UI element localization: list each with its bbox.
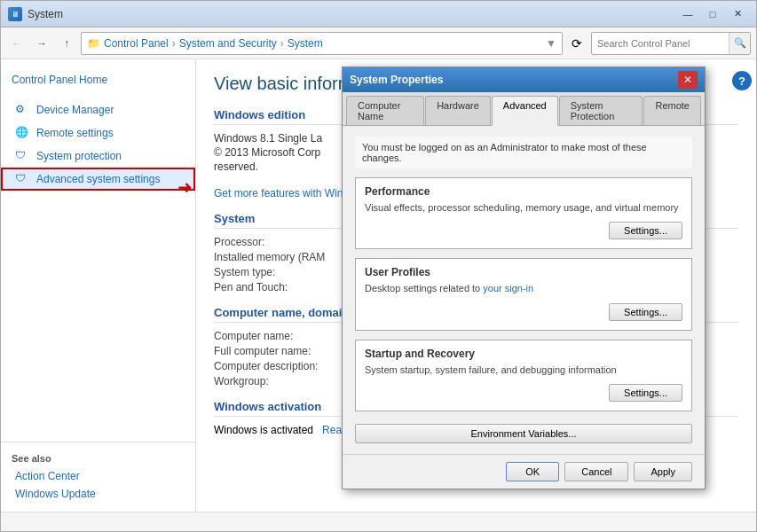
startup-recovery-section: Startup and Recovery System startup, sys… bbox=[355, 340, 692, 411]
title-bar-left: 🖥 System bbox=[8, 7, 63, 21]
user-profiles-desc: Desktop settings related to your sign-in bbox=[365, 282, 682, 295]
maximize-button[interactable]: □ bbox=[701, 4, 724, 24]
dialog-title-bar: System Properties ✕ bbox=[343, 67, 705, 92]
tab-bar: Computer Name Hardware Advanced System P… bbox=[343, 92, 705, 126]
back-button[interactable]: ← bbox=[6, 33, 28, 54]
pen-touch-label: Pen and Touch: bbox=[214, 281, 338, 293]
tab-hardware[interactable]: Hardware bbox=[425, 96, 491, 125]
performance-desc: Visual effects, processor scheduling, me… bbox=[365, 201, 682, 215]
sidebar-item-label-device-manager: Device Manager bbox=[36, 104, 114, 116]
address-system[interactable]: System bbox=[288, 37, 323, 50]
workgroup-label: Workgroup: bbox=[214, 375, 338, 387]
search-input[interactable] bbox=[592, 38, 729, 49]
search-box: 🔍 bbox=[591, 32, 751, 55]
window-icon: 🖥 bbox=[8, 7, 22, 21]
sidebar-link-windows-update[interactable]: Windows Update bbox=[1, 485, 195, 503]
sidebar-item-system-protection[interactable]: 🛡 System protection bbox=[1, 145, 195, 168]
dialog-footer: OK Cancel Apply bbox=[343, 454, 705, 489]
sidebar-item-advanced-settings[interactable]: 🛡 Advanced system settings bbox=[1, 168, 195, 191]
address-system-security[interactable]: System and Security bbox=[179, 37, 277, 50]
address-control-panel[interactable]: Control Panel bbox=[104, 37, 169, 50]
performance-title: Performance bbox=[365, 185, 682, 198]
performance-settings-button[interactable]: Settings... bbox=[609, 222, 682, 239]
startup-recovery-title: Startup and Recovery bbox=[365, 348, 682, 360]
remote-settings-icon: 🌐 bbox=[15, 126, 29, 140]
address-sep-1: › bbox=[172, 37, 176, 50]
address-bar: 📁 Control Panel › System and Security › … bbox=[81, 32, 563, 55]
sidebar: Control Panel Home ⚙ Device Manager 🌐 Re… bbox=[1, 59, 196, 512]
sidebar-divider bbox=[1, 442, 195, 442]
ok-button[interactable]: OK bbox=[506, 462, 559, 481]
tab-advanced[interactable]: Advanced bbox=[492, 96, 558, 126]
refresh-button[interactable]: ⟳ bbox=[566, 33, 587, 54]
sidebar-nav: ⚙ Device Manager 🌐 Remote settings 🛡 Sys… bbox=[1, 98, 195, 191]
forward-button[interactable]: → bbox=[31, 33, 52, 54]
sidebar-home-link[interactable]: Control Panel Home bbox=[1, 68, 195, 91]
folder-icon: 📁 bbox=[87, 37, 100, 50]
dialog-title: System Properties bbox=[350, 74, 443, 86]
status-bar bbox=[1, 512, 756, 531]
computer-desc-label: Computer description: bbox=[214, 360, 338, 372]
sidebar-item-label-advanced: Advanced system settings bbox=[36, 173, 160, 185]
sidebar-item-label-protection: System protection bbox=[36, 150, 122, 162]
system-type-label: System type: bbox=[214, 266, 338, 278]
title-bar: 🖥 System — □ ✕ bbox=[1, 1, 756, 27]
tab-computer-name[interactable]: Computer Name bbox=[346, 96, 424, 125]
sidebar-item-label-remote: Remote settings bbox=[36, 127, 114, 139]
advanced-settings-icon: 🛡 bbox=[15, 172, 29, 186]
dialog-close-button[interactable]: ✕ bbox=[678, 71, 698, 89]
processor-label: Processor: bbox=[214, 236, 338, 248]
address-sep-2: › bbox=[280, 37, 284, 50]
memory-label: Installed memory (RAM bbox=[214, 251, 338, 263]
admin-note: You must be logged on as an Administrato… bbox=[355, 137, 692, 168]
sidebar-see-also-label: See also bbox=[1, 450, 195, 467]
sidebar-item-device-manager[interactable]: ⚙ Device Manager bbox=[1, 98, 195, 121]
toolbar: ← → ↑ 📁 Control Panel › System and Secur… bbox=[1, 27, 756, 59]
minimize-button[interactable]: — bbox=[676, 4, 699, 24]
full-computer-name-label: Full computer name: bbox=[214, 345, 338, 357]
user-profiles-section: User Profiles Desktop settings related t… bbox=[355, 258, 692, 330]
startup-recovery-settings-button[interactable]: Settings... bbox=[609, 384, 682, 402]
tab-remote[interactable]: Remote bbox=[643, 96, 701, 125]
environment-variables-button[interactable]: Environment Variables... bbox=[355, 424, 692, 443]
activation-text: Windows is activated bbox=[214, 424, 313, 436]
system-properties-dialog: System Properties ✕ Computer Name Hardwa… bbox=[342, 66, 706, 489]
cancel-button[interactable]: Cancel bbox=[564, 462, 628, 481]
sidebar-link-action-center[interactable]: Action Center bbox=[1, 467, 195, 485]
search-submit-button[interactable]: 🔍 bbox=[729, 33, 750, 54]
address-dropdown-icon[interactable]: ▼ bbox=[546, 37, 556, 50]
computer-name-label: Computer name: bbox=[214, 330, 338, 342]
device-manager-icon: ⚙ bbox=[15, 103, 29, 117]
sidebar-item-remote-settings[interactable]: 🌐 Remote settings bbox=[1, 121, 195, 145]
user-profiles-title: User Profiles bbox=[365, 266, 682, 278]
window-controls: — □ ✕ bbox=[676, 4, 749, 24]
system-protection-icon: 🛡 bbox=[15, 149, 29, 163]
tab-system-protection[interactable]: System Protection bbox=[559, 96, 643, 125]
dialog-content: You must be logged on as an Administrato… bbox=[343, 126, 705, 454]
performance-section: Performance Visual effects, processor sc… bbox=[355, 177, 692, 249]
sign-in-link[interactable]: your sign-in bbox=[483, 283, 533, 293]
user-profiles-settings-button[interactable]: Settings... bbox=[609, 303, 682, 321]
up-button[interactable]: ↑ bbox=[56, 33, 77, 54]
startup-recovery-desc: System startup, system failure, and debu… bbox=[365, 364, 682, 377]
close-button[interactable]: ✕ bbox=[726, 4, 749, 24]
window-title: System bbox=[28, 8, 63, 20]
apply-button[interactable]: Apply bbox=[634, 462, 692, 481]
